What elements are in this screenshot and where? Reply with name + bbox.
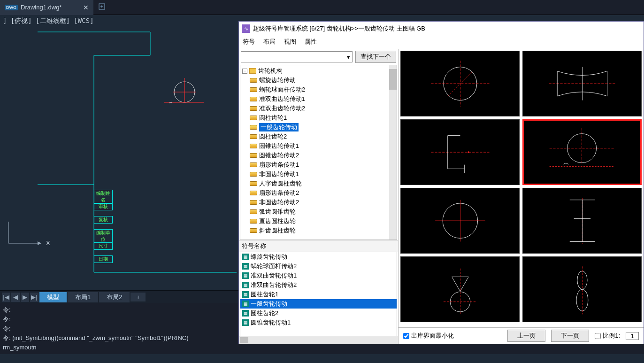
tree-item[interactable]: 圆锥齿轮传动1	[240, 141, 397, 151]
menu-view[interactable]: 视图	[284, 38, 296, 46]
symbol-list-icon: ▦	[242, 291, 249, 298]
tree-scrollbar[interactable]	[389, 65, 397, 239]
symbol-list-icon: ▦	[242, 272, 249, 279]
tree-item[interactable]: 蜗轮球面杆传动2	[240, 85, 397, 94]
layout-nav-next[interactable]: ▶	[21, 293, 29, 302]
close-tab-icon[interactable]: ✕	[83, 4, 89, 11]
tree-item[interactable]: 圆柱齿轮2	[240, 132, 397, 141]
symlist-item[interactable]: ▦准双曲齿轮传动1	[240, 271, 397, 280]
layout-nav-prev[interactable]: ◀	[11, 293, 20, 302]
tree-item[interactable]: 非圆齿轮传动1	[240, 170, 397, 179]
find-next-button[interactable]: 查找下一个	[355, 51, 396, 63]
preview-footer: 出库界面最小化 上一页 下一页 比例1:	[399, 327, 644, 344]
dwg-badge: DWG	[5, 5, 18, 10]
scroll-thumb[interactable]	[240, 337, 248, 343]
symbol-icon	[250, 153, 257, 158]
symbol-icon	[250, 78, 257, 83]
ratio-checkbox-input[interactable]	[595, 333, 601, 339]
tree-item[interactable]: 扇形齿条传动2	[240, 188, 397, 198]
tree-item[interactable]: 圆柱齿轮1	[240, 113, 397, 123]
symlist-item-label: 准双曲齿轮传动1	[251, 271, 297, 280]
tree-item-label: 弧齿圆锥齿轮	[259, 208, 296, 216]
tree-item[interactable]: 弧齿圆锥齿轮	[240, 207, 397, 216]
tree-item[interactable]: 准双曲齿轮传动1	[240, 94, 397, 104]
tree-item[interactable]: 扇形齿条传动1	[240, 160, 397, 170]
ratio-checkbox[interactable]: 比例1:	[595, 332, 620, 340]
symbol-list-icon: ▦	[242, 310, 249, 317]
symlist-item[interactable]: ▦圆锥齿轮传动1	[240, 318, 397, 327]
symbol-icon	[250, 209, 257, 214]
model-tab[interactable]: 模型	[39, 292, 67, 302]
file-tab-bar: DWG Drawing1.dwg* ✕	[0, 0, 644, 15]
drawing-canvas[interactable]: 编制姓名 审核 复核 编制单位 尺寸 日期 X	[0, 27, 238, 290]
symlist-hscroll[interactable]	[239, 336, 398, 344]
symbol-name-header: 符号名称	[239, 240, 398, 252]
tree-item[interactable]: 直齿圆柱齿轮	[240, 216, 397, 226]
symbol-lib-titlebar[interactable]: ∿ 超级符号库管理系统 [6/27] 齿轮机构>>一般齿轮传动 主图幅 GB	[239, 22, 644, 36]
minimize-checkbox-input[interactable]	[403, 333, 409, 339]
layout-nav-last[interactable]: ▶|	[30, 293, 38, 302]
symbol-icon	[250, 97, 257, 101]
preview-cell[interactable]	[522, 256, 642, 322]
new-tab-button[interactable]	[93, 3, 110, 12]
minimize-checkbox[interactable]: 出库界面最小化	[403, 332, 454, 340]
preview-cell[interactable]	[400, 119, 520, 185]
symbol-icon	[250, 125, 257, 130]
next-page-button[interactable]: 下一页	[551, 330, 589, 342]
symlist-item-label: 蜗轮球面杆传动2	[251, 262, 297, 270]
tree-item[interactable]: 非圆齿轮传动2	[240, 198, 397, 207]
preview-cell-selected[interactable]	[522, 119, 642, 185]
tree-item[interactable]: 一般齿轮传动	[240, 123, 397, 132]
scroll-thumb[interactable]	[389, 69, 397, 90]
tree-item[interactable]: 圆锥齿轮传动2	[240, 151, 397, 160]
preview-cell[interactable]	[522, 188, 642, 254]
tree-item[interactable]: 斜齿圆柱齿轮	[240, 226, 397, 235]
ratio-input[interactable]	[626, 332, 639, 340]
preview-cell[interactable]	[522, 51, 642, 116]
tree-item-label: 圆锥齿轮传动1	[259, 142, 299, 150]
symlist-item[interactable]: ▦准双曲齿轮传动2	[240, 280, 397, 290]
symlist-item-label: 准双曲齿轮传动2	[251, 281, 297, 289]
symbol-icon	[250, 172, 257, 177]
title-block-cell: 编制单位	[94, 229, 113, 243]
title-block-cell: 尺寸	[94, 242, 113, 250]
symbol-icon	[250, 219, 257, 224]
symlist-item[interactable]: ▦蜗轮球面杆传动2	[240, 262, 397, 271]
symlist-item[interactable]: ▦螺旋齿轮传动	[240, 252, 397, 262]
tree-item[interactable]: 人字齿圆柱齿轮	[240, 179, 397, 188]
tree-item-label: 圆锥齿轮传动2	[259, 151, 299, 160]
layout1-tab[interactable]: 布局1	[68, 292, 98, 302]
prev-page-button[interactable]: 上一页	[507, 330, 545, 342]
preview-area: 出库界面最小化 上一页 下一页 比例1:	[399, 49, 644, 344]
symlist-item-label: 螺旋齿轮传动	[251, 253, 287, 261]
symbol-tree[interactable]: − 齿轮机构 螺旋齿轮传动蜗轮球面杆传动2准双曲齿轮传动1准双曲齿轮传动2圆柱齿…	[240, 65, 397, 240]
symbol-lib-window: ∿ 超级符号库管理系统 [6/27] 齿轮机构>>一般齿轮传动 主图幅 GB 符…	[238, 21, 644, 344]
symbol-lib-menubar: 符号 布局 视图 属性	[239, 36, 644, 49]
file-tab[interactable]: DWG Drawing1.dwg* ✕	[0, 0, 93, 15]
layout-nav-first[interactable]: |◀	[2, 293, 10, 302]
menu-prop[interactable]: 属性	[305, 38, 317, 46]
preview-cell[interactable]	[400, 51, 520, 116]
symlist-item[interactable]: ▦圆柱齿轮1	[240, 290, 397, 299]
add-layout-tab[interactable]: +	[130, 293, 146, 301]
search-combo[interactable]: ▾	[241, 51, 353, 62]
title-block-cell: 审核	[94, 203, 113, 210]
preview-cell[interactable]	[400, 188, 520, 254]
symbol-icon	[250, 191, 257, 195]
collapse-icon[interactable]: −	[242, 69, 247, 74]
symlist-item[interactable]: ▦圆柱齿轮2	[240, 309, 397, 318]
symbol-icon	[250, 134, 257, 139]
chevron-down-icon: ▾	[347, 54, 350, 61]
tree-item-label: 扇形齿条传动1	[259, 161, 299, 169]
tree-item[interactable]: 准双曲齿轮传动2	[240, 104, 397, 113]
tree-root[interactable]: − 齿轮机构	[240, 66, 397, 76]
layout2-tab[interactable]: 布局2	[99, 292, 130, 302]
menu-layout[interactable]: 布局	[263, 38, 276, 46]
tree-item-label: 扇形齿条传动2	[259, 189, 299, 197]
menu-symbol[interactable]: 符号	[243, 38, 255, 46]
symbol-icon	[250, 116, 257, 120]
tree-item[interactable]: 螺旋齿轮传动	[240, 76, 397, 85]
preview-cell[interactable]	[400, 256, 520, 322]
symlist-item[interactable]: ▦一般齿轮传动	[240, 299, 397, 309]
symbol-list[interactable]: ▦螺旋齿轮传动▦蜗轮球面杆传动2▦准双曲齿轮传动1▦准双曲齿轮传动2▦圆柱齿轮1…	[240, 252, 397, 336]
